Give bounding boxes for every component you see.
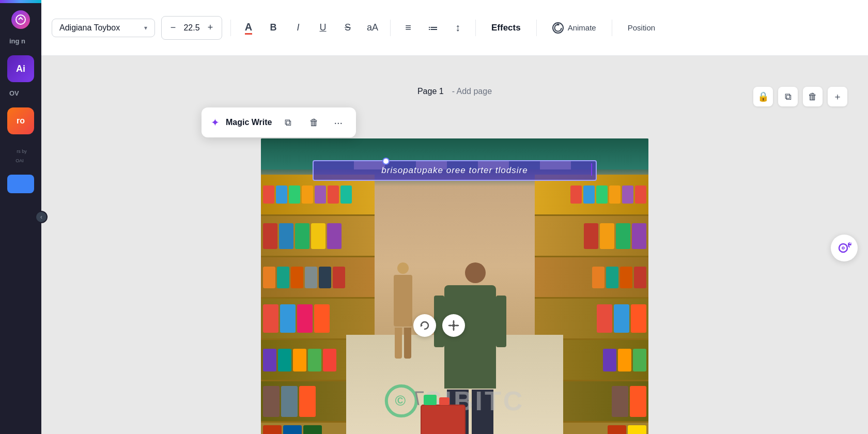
text-color-button[interactable]: A: [239, 19, 258, 37]
popup-copy-button[interactable]: ⧉: [278, 113, 298, 132]
product: [622, 185, 633, 204]
rotate-icon: [419, 320, 430, 331]
product: [263, 185, 274, 204]
animate-button[interactable]: Animate: [545, 18, 603, 38]
sidebar-item-blue[interactable]: [5, 171, 36, 197]
magic-write-icon: ✦: [211, 116, 220, 129]
font-size-increase-button[interactable]: +: [203, 21, 218, 35]
product: [276, 185, 287, 204]
magic-write-label: Magic Write: [226, 118, 272, 127]
svg-rect-3: [421, 405, 465, 434]
position-button[interactable]: Position: [621, 19, 662, 36]
add-page-button-icon[interactable]: ＋: [828, 87, 847, 106]
case-button[interactable]: aA: [363, 19, 382, 37]
svg-marker-13: [457, 324, 458, 327]
product: [597, 304, 612, 333]
canvas-area: Page 1 - Add page 🔒 ⧉ 🗑 ＋ ✦ Magic Write …: [41, 56, 868, 434]
align-button[interactable]: ≡: [399, 19, 417, 37]
font-size-value[interactable]: 22.5: [182, 23, 201, 33]
delete-page-button[interactable]: 🗑: [803, 87, 823, 106]
add-page-button[interactable]: - Add page: [452, 87, 492, 96]
sidebar-gradient-bar: [0, 0, 41, 3]
move-icon: [448, 320, 459, 331]
popup-delete-button[interactable]: 🗑: [304, 113, 324, 132]
page-label-bar: Page 1 - Add page: [417, 87, 492, 96]
ai-assist-button[interactable]: +: [831, 235, 858, 261]
product: [632, 223, 646, 249]
page-label: Page 1: [417, 87, 444, 96]
product: [278, 349, 291, 371]
product: [295, 223, 309, 249]
selection-handle[interactable]: [382, 158, 390, 165]
list-button[interactable]: ≔: [424, 19, 442, 37]
toolbar-divider-2: [390, 20, 391, 36]
product: [263, 425, 282, 435]
italic-button[interactable]: I: [289, 19, 307, 37]
text-color-icon: A: [245, 21, 252, 35]
sidebar-item-pro[interactable]: ro: [5, 103, 36, 138]
product: [302, 185, 313, 204]
product: [340, 185, 352, 204]
rotate-handle[interactable]: [413, 314, 436, 337]
underline-button[interactable]: U: [314, 19, 332, 37]
toolbar-divider-5: [612, 20, 612, 36]
product: [327, 223, 342, 249]
product: [596, 185, 608, 204]
popup-more-button[interactable]: ···: [330, 115, 347, 131]
product: [583, 185, 595, 204]
bold-icon: B: [270, 22, 277, 33]
product: [616, 223, 630, 249]
transform-controls: [413, 314, 465, 337]
product: [600, 223, 614, 249]
product: [633, 349, 646, 371]
app-logo: [11, 10, 30, 29]
product: [297, 304, 313, 333]
svg-point-2: [557, 23, 559, 25]
sidebar-items-container: ing n Ai OV ro rs byOAI: [3, 33, 38, 430]
duplicate-icon: ⧉: [785, 91, 792, 102]
svg-rect-7: [439, 397, 450, 405]
product: [592, 267, 605, 288]
left-shelf-section-1: [261, 175, 375, 216]
product: [281, 386, 298, 417]
product: [303, 425, 322, 435]
magic-write-popup: ✦ Magic Write ⧉ 🗑 ···: [202, 107, 356, 137]
font-size-decrease-button[interactable]: −: [166, 21, 180, 35]
store-banner-text-element[interactable]: brisopatυpake oree torter tlodsire: [313, 160, 597, 181]
pro-icon-text: ro: [17, 116, 25, 126]
sidebar-item-label-ng: ing n: [5, 37, 25, 45]
product: [631, 304, 646, 333]
effects-button[interactable]: Effects: [484, 19, 528, 37]
bold-button[interactable]: B: [264, 19, 283, 37]
more-icon: ···: [334, 117, 343, 128]
product: [606, 267, 618, 288]
product: [328, 185, 339, 204]
far-person-silhouette: [393, 262, 413, 355]
move-handle[interactable]: [442, 314, 465, 337]
product: [283, 425, 302, 435]
pro-icon-box: ro: [7, 107, 34, 134]
strikethrough-button[interactable]: S: [338, 19, 357, 37]
svg-marker-10: [453, 321, 455, 322]
right-shelf-section-3: [535, 257, 648, 299]
product: [305, 267, 317, 288]
product: [263, 386, 280, 417]
product: [315, 185, 326, 204]
product: [608, 425, 626, 435]
product: [634, 267, 646, 288]
duplicate-page-button[interactable]: ⧉: [778, 87, 798, 106]
product: [635, 185, 646, 204]
left-shelf-section-2: [261, 216, 375, 257]
product: [279, 223, 293, 249]
collapse-sidebar-button[interactable]: ‹: [35, 211, 48, 223]
font-name-display: Adigiana Toybox: [59, 23, 140, 33]
case-icon: aA: [367, 22, 378, 33]
spacing-button[interactable]: ↕: [448, 19, 467, 37]
main-area: Adigiana Toybox ▾ − 22.5 + A B I U S aA: [41, 0, 868, 434]
toolbar-divider-3: [475, 20, 476, 36]
canvas-frame: © SIBITC brisopatυpake oree torter tlods…: [261, 138, 648, 434]
product: [603, 349, 616, 371]
sidebar-item-ai[interactable]: Ai: [5, 51, 36, 86]
lock-page-button[interactable]: 🔒: [753, 87, 773, 106]
font-selector[interactable]: Adigiana Toybox ▾: [52, 19, 155, 37]
